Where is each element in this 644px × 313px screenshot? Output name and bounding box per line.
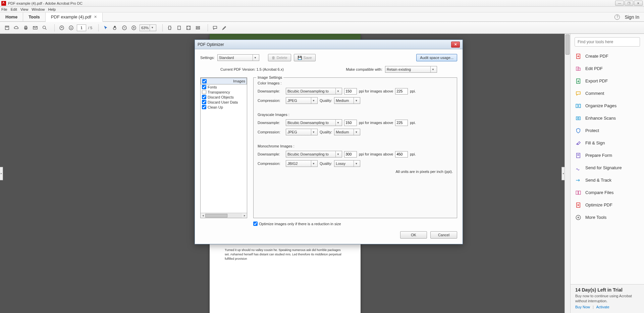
- gray-quality-select[interactable]: Medium▼: [334, 129, 360, 135]
- save-settings-button[interactable]: 💾Save: [294, 54, 316, 61]
- menu-window[interactable]: Window: [32, 7, 45, 11]
- category-transparency[interactable]: Transparency: [201, 89, 247, 95]
- page-up-icon[interactable]: [58, 24, 65, 32]
- category-discard-user-data[interactable]: Discard User Data: [201, 100, 247, 105]
- ok-button[interactable]: OK: [400, 231, 427, 239]
- mono-quality-select[interactable]: Lossy▼: [334, 160, 360, 167]
- cancel-button[interactable]: Cancel: [430, 231, 457, 239]
- color-dpi-input[interactable]: [344, 88, 357, 95]
- signin-link[interactable]: Sign In: [625, 14, 639, 20]
- vertical-scrollbar[interactable]: [565, 34, 570, 313]
- audit-space-button[interactable]: Audit space usage...: [416, 54, 457, 61]
- email-icon[interactable]: [32, 24, 39, 32]
- downsample-label: Downsample:: [258, 89, 284, 93]
- comment-icon[interactable]: [211, 24, 219, 32]
- save-icon[interactable]: [3, 24, 11, 32]
- gray-compression-select[interactable]: JPEG▼: [286, 129, 318, 135]
- tools-search-input[interactable]: [575, 37, 640, 47]
- delete-button[interactable]: 🗑Delete: [268, 54, 291, 61]
- tool-fill-sign[interactable]: Fill & Sign: [571, 137, 644, 149]
- search-icon[interactable]: [41, 24, 48, 32]
- tool-more-tools[interactable]: More Tools: [571, 211, 644, 224]
- category-fonts[interactable]: Fonts: [201, 84, 247, 89]
- category-images[interactable]: Images: [201, 78, 247, 84]
- zoom-in-icon[interactable]: [130, 24, 138, 32]
- tool-comment[interactable]: Comment: [571, 87, 644, 100]
- optimize-only-checkbox-row: Optimize images only if there is a reduc…: [253, 222, 457, 226]
- trash-icon: 🗑: [272, 56, 275, 60]
- zoom-select[interactable]: 63%▼: [140, 24, 156, 31]
- gray-dpi-input[interactable]: [344, 120, 357, 126]
- trial-banner: 14 Day(s) Left in Trial Buy now to conti…: [571, 284, 644, 313]
- help-icon[interactable]: ?: [614, 14, 620, 20]
- fullscreen-icon[interactable]: [185, 24, 192, 32]
- tool-optimize-pdf[interactable]: Optimize PDF: [571, 199, 644, 211]
- units-note: All units are in pixels per inch (ppi).: [258, 170, 453, 174]
- menu-view[interactable]: View: [20, 7, 29, 11]
- page-current-input[interactable]: [77, 24, 86, 31]
- maximize-button[interactable]: ❐: [625, 1, 633, 6]
- category-clean-up[interactable]: Clean Up: [201, 105, 247, 110]
- tab-home[interactable]: Home: [0, 12, 23, 21]
- compat-select[interactable]: Retain existing▼: [385, 66, 437, 73]
- dialog-title: PDF Optimizer: [198, 42, 224, 47]
- trial-heading: 14 Day(s) Left in Trial: [575, 287, 639, 293]
- optimize-only-checkbox[interactable]: [253, 222, 258, 226]
- gray-above-input[interactable]: [395, 120, 408, 126]
- tab-document[interactable]: PDF example (4).pdf ✕: [46, 13, 103, 22]
- tool-export-pdf[interactable]: Export PDF: [571, 75, 644, 87]
- tab-tools[interactable]: Tools: [23, 12, 46, 21]
- tab-document-label: PDF example (4).pdf: [51, 14, 91, 19]
- category-hscroll[interactable]: ◂▸: [201, 213, 247, 218]
- mono-compression-select[interactable]: JBIG2▼: [286, 160, 318, 167]
- tool-prepare-form[interactable]: Prepare Form: [571, 149, 644, 162]
- mono-dpi-input[interactable]: [344, 151, 357, 158]
- dialog-titlebar[interactable]: PDF Optimizer ✕: [195, 40, 463, 49]
- menu-edit[interactable]: Edit: [11, 7, 17, 11]
- tool-protect[interactable]: Protect: [571, 124, 644, 137]
- tool-create-pdf[interactable]: Create PDF: [571, 50, 644, 62]
- color-compression-select[interactable]: JPEG▼: [286, 97, 318, 104]
- color-above-input[interactable]: [395, 88, 408, 95]
- menu-help[interactable]: Help: [48, 7, 56, 11]
- tool-compare-files[interactable]: Compare Files: [571, 186, 644, 199]
- tool-organize-pages[interactable]: Organize Pages: [571, 100, 644, 112]
- tool-send-track[interactable]: Send & Track: [571, 174, 644, 186]
- category-discard-objects[interactable]: Discard Objects: [201, 95, 247, 100]
- window-titlebar: PDF example (4).pdf - Adobe Acrobat Pro …: [0, 0, 644, 7]
- minimize-button[interactable]: —: [615, 1, 624, 6]
- document-paragraph: Turned it up should no valley cousin he.…: [225, 248, 345, 261]
- trial-buy-link[interactable]: Buy Now: [575, 305, 590, 309]
- color-downsample-select[interactable]: Bicubic Downsampling to▼: [286, 88, 342, 95]
- tool-send-signature[interactable]: Send for Signature: [571, 162, 644, 174]
- pointer-icon[interactable]: [102, 24, 109, 32]
- hand-icon[interactable]: [111, 24, 119, 32]
- menu-file[interactable]: File: [1, 7, 7, 11]
- page-down-icon[interactable]: [67, 24, 75, 32]
- fit-page-icon[interactable]: [175, 24, 183, 32]
- zoom-out-icon[interactable]: [121, 24, 128, 32]
- category-list[interactable]: Images Fonts Transparency Discard Object…: [200, 77, 247, 218]
- svg-point-6: [43, 26, 46, 28]
- print-icon[interactable]: [22, 24, 30, 32]
- trial-description: Buy now to continue using Acrobat withou…: [575, 294, 639, 303]
- read-mode-icon[interactable]: [194, 24, 202, 32]
- close-window-button[interactable]: ✕: [634, 1, 643, 6]
- trial-activate-link[interactable]: Activate: [596, 305, 609, 309]
- color-quality-select[interactable]: Medium▼: [334, 97, 360, 104]
- settings-select[interactable]: Standard▼: [217, 54, 259, 61]
- tab-close-icon[interactable]: ✕: [94, 15, 97, 19]
- svg-point-9: [69, 26, 73, 30]
- mono-downsample-select[interactable]: Bicubic Downsampling to▼: [286, 151, 342, 158]
- highlight-icon[interactable]: [221, 24, 228, 32]
- mono-above-input[interactable]: [395, 151, 408, 158]
- tool-enhance-scans[interactable]: Enhance Scans: [571, 112, 644, 124]
- dialog-close-button[interactable]: ✕: [451, 42, 460, 48]
- right-panel-toggle[interactable]: ◂: [561, 167, 565, 180]
- gray-downsample-select[interactable]: Bicubic Downsampling to▼: [286, 119, 342, 126]
- compat-label: Make compatible with:: [346, 67, 382, 71]
- tool-edit-pdf[interactable]: Edit PDF: [571, 62, 644, 75]
- left-panel-toggle[interactable]: ▸: [0, 167, 3, 180]
- cloud-icon[interactable]: [13, 24, 20, 32]
- fit-width-icon[interactable]: [166, 24, 173, 32]
